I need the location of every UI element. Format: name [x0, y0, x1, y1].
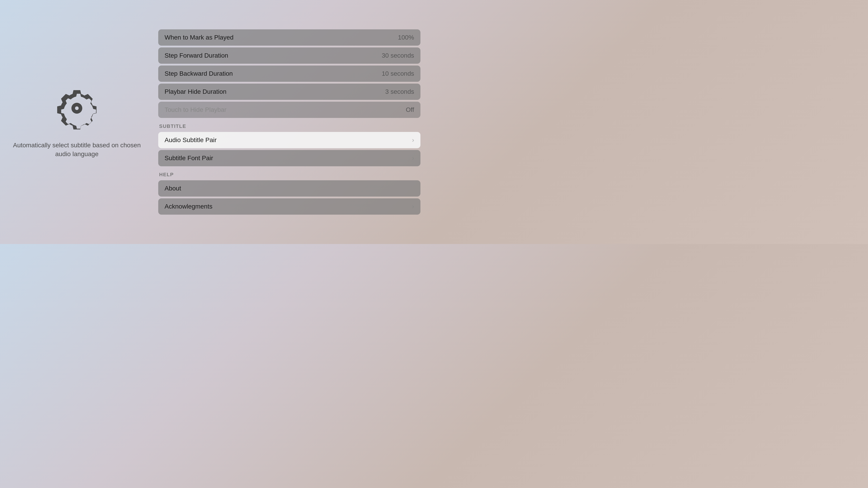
- step-backward-row[interactable]: Step Backward Duration 10 seconds: [158, 66, 421, 82]
- acknowlegments-right: ›: [412, 203, 414, 210]
- subtitle-font-pair-label: Subtitle Font Pair: [164, 155, 213, 162]
- acknowlegments-label: Acknowlegments: [164, 203, 213, 210]
- playbar-hide-row[interactable]: Playbar Hide Duration 3 seconds: [158, 84, 421, 100]
- help-section-header: HELP: [158, 170, 421, 178]
- subtitle-font-pair-right: ›: [412, 155, 414, 162]
- subtitle-section-header: SUBTITLE: [158, 122, 421, 130]
- right-panel: When to Mark as Played 100% Step Forward…: [154, 0, 434, 244]
- step-forward-label: Step Forward Duration: [164, 52, 228, 59]
- step-forward-row[interactable]: Step Forward Duration 30 seconds: [158, 47, 421, 64]
- acknowlegments-chevron: ›: [412, 203, 414, 210]
- subtitle-font-pair-chevron: ›: [412, 155, 414, 162]
- when-to-mark-label: When to Mark as Played: [164, 34, 234, 41]
- audio-subtitle-pair-right: ›: [412, 136, 414, 144]
- step-backward-value: 10 seconds: [382, 70, 414, 77]
- playbar-hide-value: 3 seconds: [385, 88, 414, 95]
- subtitle-font-pair-row[interactable]: Subtitle Font Pair ›: [158, 150, 421, 166]
- touch-hide-value: Off: [406, 106, 414, 113]
- when-to-mark-value: 100%: [398, 34, 414, 41]
- audio-subtitle-pair-row[interactable]: Audio Subtitle Pair ›: [158, 132, 421, 148]
- about-label: About: [164, 185, 181, 192]
- step-forward-value: 30 seconds: [382, 52, 414, 59]
- left-panel: Automatically select subtitle based on c…: [0, 0, 154, 244]
- audio-subtitle-pair-chevron: ›: [412, 136, 414, 144]
- touch-hide-row[interactable]: Touch to Hide Playbar Off: [158, 102, 421, 118]
- about-row[interactable]: About: [158, 180, 421, 197]
- step-backward-label: Step Backward Duration: [164, 70, 233, 77]
- acknowlegments-row[interactable]: Acknowlegments ›: [158, 198, 421, 215]
- touch-hide-label: Touch to Hide Playbar: [164, 106, 226, 113]
- audio-subtitle-pair-label: Audio Subtitle Pair: [164, 136, 217, 144]
- description-text: Automatically select subtitle based on c…: [9, 141, 145, 158]
- when-to-mark-row[interactable]: When to Mark as Played 100%: [158, 29, 421, 46]
- gear-icon: [54, 86, 99, 132]
- playbar-hide-label: Playbar Hide Duration: [164, 88, 226, 95]
